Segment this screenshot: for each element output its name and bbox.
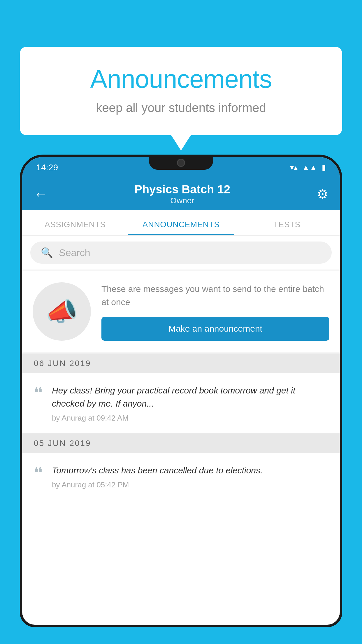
search-icon: 🔍 [41, 247, 53, 258]
speech-bubble-container: Announcements keep all your students inf… [20, 47, 342, 135]
announcement-content-1: Hey class! Bring your practical record b… [52, 384, 328, 423]
battery-icon: ▮ [322, 163, 326, 172]
status-time: 14:29 [36, 162, 58, 172]
tabs-container: ASSIGNMENTS ANNOUNCEMENTS TESTS [22, 210, 340, 236]
phone-screen: 14:29 ▾▴ ▲▲ ▮ ← Physics Batch 12 Owner ⚙ [22, 157, 340, 625]
announcement-text-2: Tomorrow's class has been cancelled due … [52, 464, 328, 477]
wifi-icon: ▾▴ [290, 163, 298, 172]
quote-icon-2: ❝ [34, 465, 43, 481]
phone-mockup: 14:29 ▾▴ ▲▲ ▮ ← Physics Batch 12 Owner ⚙ [20, 155, 342, 644]
back-button[interactable]: ← [34, 186, 48, 202]
search-placeholder: Search [59, 247, 90, 258]
search-bar[interactable]: 🔍 Search [30, 242, 332, 264]
phone-notch [149, 155, 213, 170]
tab-tests[interactable]: TESTS [234, 220, 340, 235]
promo-right: These are messages you want to send to t… [101, 282, 329, 341]
search-bar-container: 🔍 Search [22, 236, 340, 270]
phone-camera [177, 159, 185, 167]
phone-outer: 14:29 ▾▴ ▲▲ ▮ ← Physics Batch 12 Owner ⚙ [20, 155, 342, 627]
megaphone-icon: 📣 [46, 296, 78, 327]
app-bar-title: Physics Batch 12 [134, 183, 230, 196]
quote-icon-1: ❝ [34, 385, 43, 401]
app-bar-center: Physics Batch 12 Owner [134, 183, 230, 205]
announcement-meta-1: by Anurag at 09:42 AM [52, 414, 328, 423]
promo-card: 📣 These are messages you want to send to… [22, 271, 340, 352]
date-separator-1: 06 JUN 2019 [22, 354, 340, 373]
tab-announcements[interactable]: ANNOUNCEMENTS [128, 220, 234, 235]
signal-icon: ▲▲ [302, 163, 317, 172]
app-bar-subtitle: Owner [134, 196, 230, 205]
announcement-item-2[interactable]: ❝ Tomorrow's class has been cancelled du… [22, 453, 340, 500]
tab-assignments[interactable]: ASSIGNMENTS [22, 220, 128, 235]
content-area: 🔍 Search 📣 These are messages you want t… [22, 236, 340, 500]
make-announcement-button[interactable]: Make an announcement [101, 317, 329, 341]
announcement-text-1: Hey class! Bring your practical record b… [52, 384, 328, 410]
speech-bubble: Announcements keep all your students inf… [20, 47, 342, 135]
announcement-content-2: Tomorrow's class has been cancelled due … [52, 464, 328, 489]
date-separator-2: 05 JUN 2019 [22, 433, 340, 453]
announcement-subtitle: keep all your students informed [43, 101, 319, 115]
announcement-meta-2: by Anurag at 05:42 PM [52, 480, 328, 489]
megaphone-circle: 📣 [33, 282, 91, 341]
announcement-title: Announcements [43, 64, 319, 94]
announcement-item-1[interactable]: ❝ Hey class! Bring your practical record… [22, 373, 340, 433]
app-bar: ← Physics Batch 12 Owner ⚙ [22, 178, 340, 210]
settings-icon[interactable]: ⚙ [317, 187, 328, 202]
status-icons: ▾▴ ▲▲ ▮ [290, 163, 326, 172]
promo-description: These are messages you want to send to t… [101, 282, 329, 309]
